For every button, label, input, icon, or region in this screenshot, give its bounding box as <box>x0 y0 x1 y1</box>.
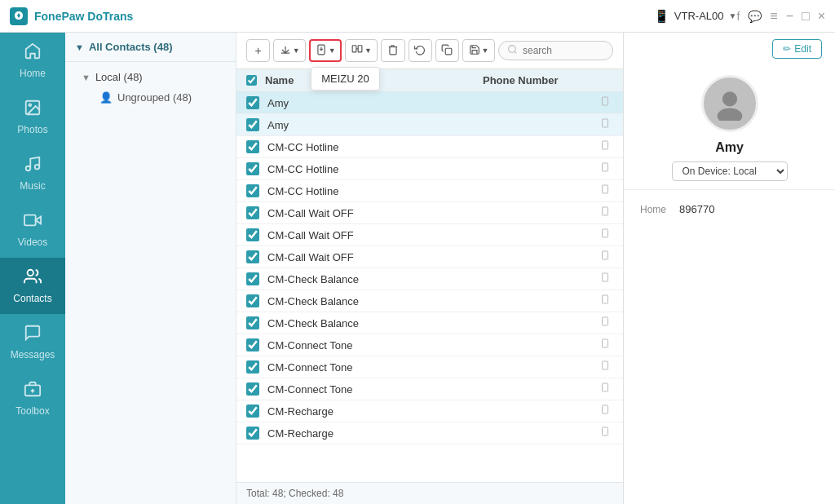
contact-checkbox[interactable] <box>246 140 259 153</box>
table-row[interactable]: CM-CC Hotline <box>236 136 623 158</box>
contact-checkbox[interactable] <box>246 382 259 396</box>
svg-rect-20 <box>603 163 608 171</box>
table-row[interactable]: CM-Call Wait OFF <box>236 202 623 224</box>
contact-name: CM-Connect Tone <box>267 383 600 396</box>
sidebar-item-toolbox-label: Toolbox <box>15 405 49 417</box>
transfer-icon <box>351 44 363 57</box>
refresh-button[interactable] <box>409 39 432 62</box>
svg-rect-13 <box>358 46 362 52</box>
table-row[interactable]: CM-Check Balance <box>236 268 623 290</box>
contact-checkbox[interactable] <box>246 184 259 197</box>
table-row[interactable]: CM-Connect Tone <box>236 334 623 356</box>
sidebar-item-messages[interactable]: Messages <box>0 314 65 370</box>
videos-icon <box>24 211 42 233</box>
table-row[interactable]: Amy <box>236 114 623 136</box>
search-input[interactable] <box>523 45 604 56</box>
close-button[interactable]: × <box>818 9 825 24</box>
local-tree-item[interactable]: ▼ Local (48) <box>65 67 236 87</box>
contact-checkbox[interactable] <box>246 96 259 109</box>
phone-icon <box>600 250 613 263</box>
contact-location-selector[interactable]: On Device: Local <box>672 161 788 181</box>
table-row[interactable]: CM-Recharge <box>236 422 623 444</box>
copy-button[interactable] <box>435 39 459 62</box>
table-row[interactable]: CM-Call Wait OFF <box>236 224 623 246</box>
contact-checkbox[interactable] <box>246 405 259 418</box>
transfer-button[interactable]: ▼ <box>345 39 378 62</box>
save-button[interactable]: ▼ <box>462 39 495 62</box>
table-row[interactable]: Amy <box>236 92 623 114</box>
contact-checkbox[interactable] <box>246 162 259 175</box>
ungrouped-tree-item[interactable]: 👤 Ungrouped (48) <box>65 87 236 108</box>
right-panel-header: ✏ Edit <box>624 33 835 59</box>
table-row[interactable]: CM-Connect Tone <box>236 356 623 378</box>
sidebar-item-photos[interactable]: Photos <box>0 89 65 145</box>
contact-checkbox[interactable] <box>246 360 259 374</box>
svg-line-16 <box>515 51 516 53</box>
contact-checkbox[interactable] <box>246 228 259 241</box>
import-button[interactable]: ▼ <box>273 39 306 62</box>
table-row[interactable]: CM-Call Wait OFF <box>236 246 623 268</box>
contact-name: CM-Call Wait OFF <box>267 251 600 263</box>
svg-rect-29 <box>603 361 608 369</box>
contact-checkbox[interactable] <box>246 338 259 351</box>
user-icon: 👤 <box>99 91 113 104</box>
facebook-icon[interactable]: f <box>736 10 740 23</box>
sidebar-item-videos-label: Videos <box>18 237 47 248</box>
phone-icon <box>600 140 613 153</box>
svg-point-6 <box>28 270 33 276</box>
table-row[interactable]: CM-Recharge <box>236 400 623 422</box>
export-to-device-button[interactable]: ▼ MEIZU 20 <box>309 39 342 62</box>
collapse-arrow-icon: ▼ <box>75 42 84 52</box>
contact-details: Home 896770 <box>624 190 835 235</box>
main-content: Home Photos Music Videos Contacts <box>0 33 835 504</box>
contact-checkbox[interactable] <box>246 294 259 307</box>
chevron-down-icon: ▼ <box>729 11 737 20</box>
table-row[interactable]: CM-CC Hotline <box>236 158 623 180</box>
contact-detail-top: Amy On Device: Local <box>624 59 835 190</box>
phone-icon <box>600 162 613 175</box>
sidebar-item-contacts[interactable]: Contacts <box>0 258 65 314</box>
svg-marker-4 <box>36 216 41 223</box>
maximize-button[interactable]: □ <box>802 9 810 24</box>
table-row[interactable]: CM-Check Balance <box>236 290 623 312</box>
contact-checkbox[interactable] <box>246 427 259 440</box>
contact-checkbox[interactable] <box>246 272 259 285</box>
select-all-checkbox[interactable] <box>246 75 257 86</box>
table-row[interactable]: CM-Connect Tone <box>236 378 623 400</box>
sidebar-item-videos[interactable]: Videos <box>0 201 65 258</box>
save-arrow-icon: ▼ <box>482 46 489 55</box>
contact-checkbox[interactable] <box>246 206 259 219</box>
edit-icon: ✏ <box>783 43 791 55</box>
table-row[interactable]: CM-CC Hotline <box>236 180 623 202</box>
photos-icon <box>24 99 42 121</box>
device-icon: 📱 <box>654 9 669 24</box>
svg-point-1 <box>29 104 31 106</box>
sidebar-item-home[interactable]: Home <box>0 33 65 89</box>
phone-icon <box>600 427 613 440</box>
minimize-button[interactable]: − <box>786 9 793 24</box>
sidebar-item-toolbox[interactable]: Toolbox <box>0 370 65 427</box>
contact-checkbox[interactable] <box>246 250 259 263</box>
phone-value: 896770 <box>679 203 714 215</box>
search-box[interactable] <box>498 41 613 60</box>
table-row[interactable]: CM-Check Balance <box>236 312 623 334</box>
edit-label: Edit <box>794 43 811 55</box>
delete-button[interactable] <box>381 39 404 62</box>
device-selector[interactable]: 📱 VTR-AL00 ▼ <box>654 9 737 24</box>
menu-icon[interactable]: ≡ <box>770 9 777 24</box>
edit-button[interactable]: ✏ Edit <box>772 39 822 59</box>
sidebar-item-music[interactable]: Music <box>0 145 65 201</box>
left-panel: ▼ All Contacts (48) ▼ Local (48) 👤 Ungro… <box>65 33 236 504</box>
phone-icon <box>600 382 613 396</box>
contact-tree: ▼ Local (48) 👤 Ungrouped (48) <box>65 62 236 113</box>
svg-rect-12 <box>352 46 356 52</box>
contact-name: CM-CC Hotline <box>267 163 600 175</box>
add-contact-button[interactable]: + <box>246 39 270 62</box>
svg-rect-28 <box>603 339 608 347</box>
contact-checkbox[interactable] <box>246 316 259 329</box>
phone-icon <box>600 294 613 307</box>
chat-icon[interactable]: 💬 <box>748 10 762 23</box>
contact-checkbox[interactable] <box>246 118 259 131</box>
location-select[interactable]: On Device: Local <box>672 161 788 181</box>
window-controls: f 💬 ≡ − □ × <box>736 9 825 24</box>
